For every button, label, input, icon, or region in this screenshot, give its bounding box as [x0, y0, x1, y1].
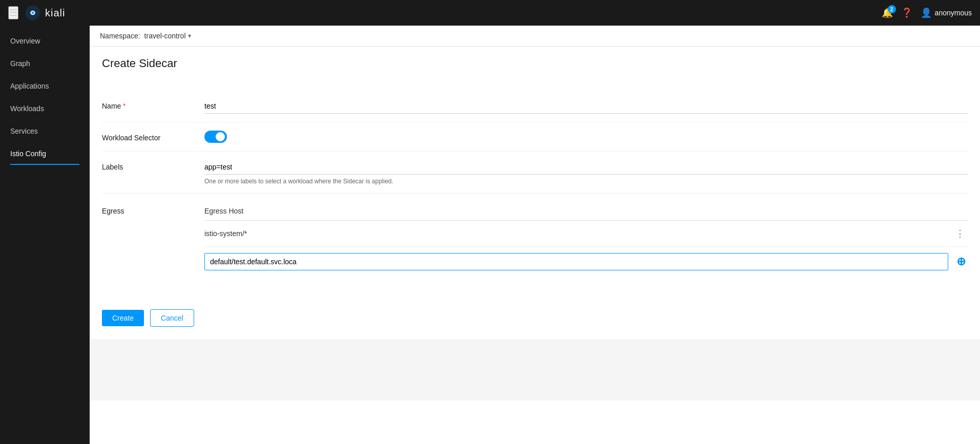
help-icon: ❓ [901, 8, 912, 18]
name-control [204, 99, 968, 114]
page-title-section: Create Sidecar [90, 47, 980, 78]
required-indicator: * [123, 102, 126, 110]
help-button[interactable]: ❓ [901, 7, 912, 18]
labels-row: Labels One or more labels to select a wo… [102, 152, 968, 194]
username-label: anonymous [935, 9, 972, 17]
workload-selector-row: Workload Selector [102, 122, 968, 152]
egress-item-1-text: istio-system/* [204, 229, 952, 238]
workload-selector-toggle[interactable] [204, 131, 227, 143]
sidebar-item-applications[interactable]: Applications [0, 75, 90, 97]
labels-hint: One or more labels to select a workload … [204, 178, 968, 185]
header: ☰ kiali 🔔 2 ❓ 👤 anonymous [0, 0, 980, 26]
sidebar-item-workloads[interactable]: Workloads [0, 97, 90, 120]
namespace-bar: Namespace: travel-control ▾ [90, 26, 980, 47]
sidebar-item-label: Workloads [10, 104, 44, 113]
cancel-button[interactable]: Cancel [150, 309, 194, 327]
add-egress-host-button[interactable]: ⊕ [954, 255, 968, 268]
main-content: Namespace: travel-control ▾ Create Sidec… [90, 26, 980, 444]
sidebar: Overview Graph Applications Workloads Se… [0, 26, 90, 444]
namespace-value: travel-control [144, 32, 186, 40]
page-title: Create Sidecar [102, 57, 968, 70]
labels-control: One or more labels to select a workload … [204, 160, 968, 185]
user-icon: 👤 [921, 7, 932, 18]
name-row: Name * [102, 91, 968, 122]
egress-item-1-actions: ⋮ [952, 227, 968, 240]
svg-point-2 [32, 12, 34, 14]
header-left: ☰ kiali [8, 5, 65, 21]
user-section[interactable]: 👤 anonymous [921, 7, 972, 18]
notification-button[interactable]: 🔔 2 [882, 7, 893, 18]
sidebar-item-istio-config[interactable]: Istio Config [0, 142, 90, 165]
namespace-label: Namespace: [100, 32, 140, 40]
name-label: Name * [102, 99, 204, 110]
form-section: Name * Workload Selector [90, 78, 980, 297]
sidebar-item-label: Istio Config [10, 150, 46, 158]
sidebar-item-label: Services [10, 127, 38, 135]
labels-input[interactable] [204, 160, 968, 175]
name-input[interactable] [204, 99, 968, 114]
egress-item-1-more-button[interactable]: ⋮ [952, 227, 968, 240]
namespace-select[interactable]: travel-control ▾ [144, 32, 191, 40]
sidebar-item-label: Graph [10, 59, 30, 68]
egress-label: Egress [102, 202, 204, 215]
sidebar-item-services[interactable]: Services [0, 120, 90, 142]
egress-header-row: Egress Host [204, 202, 968, 221]
egress-input-row: ⊕ [204, 247, 968, 277]
logo-text: kiali [45, 7, 65, 19]
add-circle-icon: ⊕ [956, 255, 966, 268]
logo[interactable]: kiali [25, 5, 65, 21]
labels-label: Labels [102, 160, 204, 171]
actions-row: Create Cancel [90, 297, 980, 339]
notification-badge: 2 [888, 5, 896, 13]
egress-host-input[interactable] [204, 253, 948, 270]
namespace-dropdown-arrow-icon: ▾ [188, 32, 191, 39]
sidebar-item-label: Applications [10, 82, 49, 90]
egress-host-header: Egress Host [204, 207, 968, 215]
sidebar-item-overview[interactable]: Overview [0, 30, 90, 52]
sidebar-item-graph[interactable]: Graph [0, 52, 90, 75]
layout: Overview Graph Applications Workloads Se… [0, 26, 980, 444]
kiali-logo-icon [25, 5, 41, 21]
header-right: 🔔 2 ❓ 👤 anonymous [882, 7, 972, 18]
sidebar-item-label: Overview [10, 37, 40, 45]
workload-selector-label: Workload Selector [102, 131, 204, 142]
hamburger-button[interactable]: ☰ [8, 6, 18, 19]
create-button[interactable]: Create [102, 310, 144, 326]
egress-item-1: istio-system/* ⋮ [204, 221, 968, 247]
gray-area [90, 339, 980, 400]
egress-control: Egress Host istio-system/* ⋮ ⊕ [204, 202, 968, 277]
workload-selector-control [204, 131, 968, 143]
toggle-thumb [216, 132, 225, 141]
egress-row: Egress Egress Host istio-system/* ⋮ [102, 194, 968, 285]
